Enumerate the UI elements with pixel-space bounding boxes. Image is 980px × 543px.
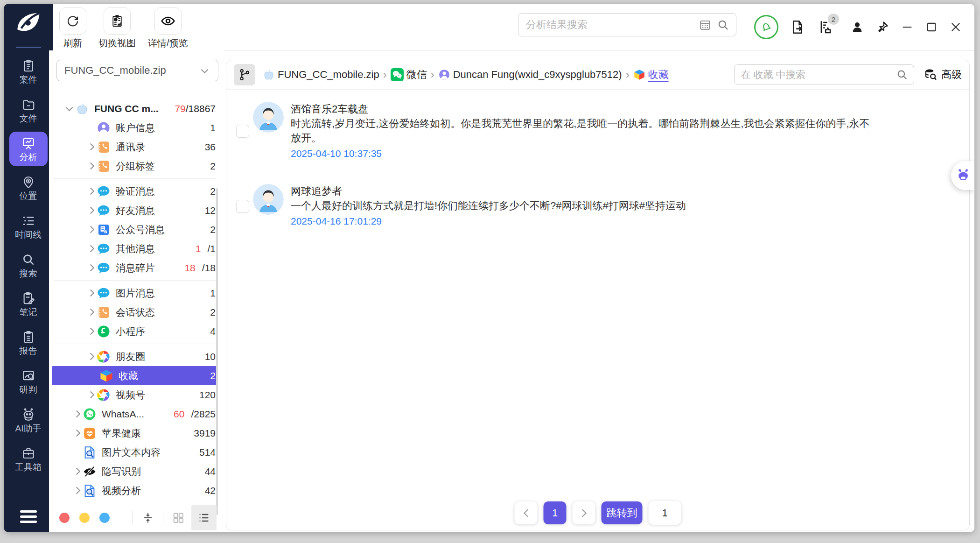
tree-item-apple-health[interactable]: 苹果健康 3919 bbox=[49, 423, 224, 443]
tree-item-verify-messages[interactable]: 验证消息 2 bbox=[49, 182, 224, 201]
scoped-search-input[interactable] bbox=[740, 69, 896, 81]
sidebar-item-notes[interactable]: 笔记 bbox=[9, 287, 48, 321]
tree-item-official-account-messages[interactable]: 公众号消息 2 bbox=[49, 220, 224, 239]
chevron-right-icon[interactable] bbox=[84, 144, 97, 149]
list-item[interactable]: 酒馆音乐2车载盘 时光流转,岁月变迁,这份爱始终如初。你是我荒芜世界里的繁花,是… bbox=[236, 102, 955, 161]
pin-icon[interactable] bbox=[875, 20, 889, 34]
chevron-right-icon[interactable] bbox=[84, 329, 97, 334]
maximize-button[interactable] bbox=[925, 21, 938, 34]
tree-item-mini-programs[interactable]: 小程序 4 bbox=[49, 322, 224, 341]
chevron-right-icon[interactable] bbox=[84, 354, 97, 359]
chevron-right-icon[interactable] bbox=[84, 310, 97, 315]
app-window: 案件 文件 分析 位置 时间线 搜索 bbox=[4, 4, 974, 532]
sidebar-item-timeline[interactable]: 时间线 bbox=[9, 209, 48, 244]
item-body: 一个人最好的训练方式就是打墙!你们能连续打多少个不断?#网球训练#打网球#坚持运… bbox=[291, 198, 686, 213]
calendar-icon[interactable] bbox=[699, 19, 711, 31]
tree-item-favorites[interactable]: 收藏 2 bbox=[52, 366, 217, 385]
breadcrumb-item-favorites[interactable]: 收藏 bbox=[633, 68, 669, 82]
jump-page-input[interactable] bbox=[649, 501, 681, 525]
breadcrumb-item-archive[interactable]: FUNG_CC_mobile.zip bbox=[263, 69, 379, 81]
sidebar-item-case[interactable]: 案件 bbox=[9, 54, 48, 89]
tree-item-group-tags[interactable]: 分组标签 2 bbox=[49, 156, 224, 176]
item-checkbox[interactable] bbox=[236, 200, 249, 213]
list-item[interactable]: 网球追梦者 一个人最好的训练方式就是打墙!你们能连续打多少个不断?#网球训练#打… bbox=[236, 184, 955, 228]
filter-dot-blue[interactable] bbox=[99, 513, 110, 523]
favorites-cube-icon bbox=[633, 69, 645, 81]
item-checkbox[interactable] bbox=[236, 125, 249, 138]
advanced-search-button[interactable]: 高级 bbox=[924, 68, 962, 82]
export-icon[interactable] bbox=[790, 19, 805, 35]
item-timestamp[interactable]: 2025-04-16 17:01:29 bbox=[291, 214, 686, 228]
total-count: /1 bbox=[207, 243, 216, 254]
tree-item-moments[interactable]: 朋友圈 10 bbox=[49, 347, 224, 366]
tree-item-message-fragments[interactable]: 消息碎片 18/18 bbox=[49, 258, 224, 277]
sidebar-item-ai-assistant[interactable]: AI助手 bbox=[9, 403, 48, 437]
pagination: 1 跳转到 bbox=[515, 501, 681, 525]
evidence-source-dropdown[interactable]: FUNG_CC_mobile.zip bbox=[56, 60, 218, 81]
sidebar-item-files[interactable]: 文件 bbox=[9, 93, 48, 127]
sidebar-item-toolbox[interactable]: 工具箱 bbox=[9, 442, 48, 476]
tree-item-other-messages[interactable]: 其他消息 1/1 bbox=[49, 239, 224, 258]
chevron-right-icon[interactable] bbox=[70, 411, 83, 416]
chevron-down-icon[interactable] bbox=[63, 107, 75, 110]
global-search-input[interactable] bbox=[525, 18, 693, 31]
breadcrumb-separator: › bbox=[431, 68, 434, 81]
filter-dot-yellow[interactable] bbox=[79, 513, 90, 523]
user-icon[interactable] bbox=[850, 20, 864, 34]
jump-to-button[interactable]: 跳转到 bbox=[602, 501, 643, 524]
notification-icon[interactable] bbox=[754, 15, 778, 39]
detail-preview-button[interactable]: 详情/预览 bbox=[148, 7, 188, 49]
chevron-right-icon[interactable] bbox=[84, 189, 97, 194]
tree-item-whatsapp[interactable]: WhatsA... 60/2825 bbox=[49, 404, 224, 423]
search-icon[interactable] bbox=[896, 69, 908, 81]
breadcrumb-item-account[interactable]: Duncan Fung(wxid_c9xyspglub7512) bbox=[438, 69, 622, 81]
switch-view-button[interactable]: 切换视图 bbox=[98, 7, 136, 49]
item-timestamp[interactable]: 2025-04-10 10:37:35 bbox=[291, 146, 872, 161]
list-view-button[interactable] bbox=[191, 505, 217, 530]
tree-item-friend-messages[interactable]: 好友消息 12 bbox=[49, 201, 224, 220]
chevron-right-icon[interactable] bbox=[84, 246, 97, 251]
prev-page-button[interactable] bbox=[515, 501, 538, 524]
tree-item-session-status[interactable]: 会话状态 2 bbox=[49, 303, 224, 322]
sidebar-item-search[interactable]: 搜索 bbox=[9, 248, 48, 282]
tree-item-label: 好友消息 bbox=[116, 204, 155, 217]
collapse-all-icon[interactable] bbox=[140, 509, 156, 526]
filter-dot-red[interactable] bbox=[59, 513, 70, 523]
chevron-right-icon[interactable] bbox=[84, 163, 97, 169]
tree-item-root[interactable]: FUNG CC m... 79/18867 bbox=[49, 99, 224, 118]
refresh-button[interactable]: 刷新 bbox=[59, 7, 86, 49]
chevron-right-icon[interactable] bbox=[84, 290, 97, 296]
chevron-right-icon[interactable] bbox=[70, 469, 83, 474]
page-button-current[interactable]: 1 bbox=[544, 501, 567, 524]
branch-view-button[interactable] bbox=[234, 64, 255, 85]
tree-item-account-info[interactable]: 账户信息 1 bbox=[49, 118, 224, 137]
report-review-icon[interactable]: 2 bbox=[817, 19, 833, 35]
sidebar-item-label: 案件 bbox=[20, 75, 37, 84]
tree-item-contacts[interactable]: 通讯录 36 bbox=[49, 137, 224, 156]
next-page-button[interactable] bbox=[573, 501, 595, 524]
close-button[interactable] bbox=[949, 21, 962, 34]
sidebar-item-label: 研判 bbox=[20, 385, 37, 394]
tree-item-image-messages[interactable]: 图片消息 1 bbox=[49, 283, 224, 303]
breadcrumb-item-wechat[interactable]: 微信 bbox=[391, 68, 427, 82]
chevron-right-icon[interactable] bbox=[70, 488, 83, 493]
tree-item-image-text-content[interactable]: 图片文本内容 514 bbox=[49, 443, 224, 462]
tree-item-video-analysis[interactable]: 视频分析 42 bbox=[49, 481, 224, 500]
chevron-right-icon[interactable] bbox=[84, 265, 97, 270]
chevron-right-icon[interactable] bbox=[84, 227, 97, 232]
grid-view-icon[interactable] bbox=[170, 509, 187, 526]
menu-icon[interactable] bbox=[4, 510, 53, 523]
sidebar-item-judge[interactable]: 研判 bbox=[9, 364, 48, 399]
chevron-right-icon[interactable] bbox=[84, 392, 97, 397]
minimize-button[interactable] bbox=[901, 21, 914, 34]
chevron-right-icon[interactable] bbox=[84, 208, 97, 213]
sidebar-item-label: 文件 bbox=[20, 114, 37, 123]
chevron-right-icon[interactable] bbox=[70, 430, 83, 436]
tree-item-steganography[interactable]: 隐写识别 44 bbox=[49, 462, 224, 481]
tree-item-channels[interactable]: 视频号 120 bbox=[49, 385, 224, 404]
tree-scrollbar[interactable] bbox=[216, 188, 218, 515]
sidebar-item-location[interactable]: 位置 bbox=[9, 170, 48, 205]
sidebar-item-analysis[interactable]: 分析 bbox=[9, 132, 48, 166]
search-icon[interactable] bbox=[717, 19, 729, 31]
sidebar-item-report[interactable]: 报告 bbox=[9, 325, 48, 360]
